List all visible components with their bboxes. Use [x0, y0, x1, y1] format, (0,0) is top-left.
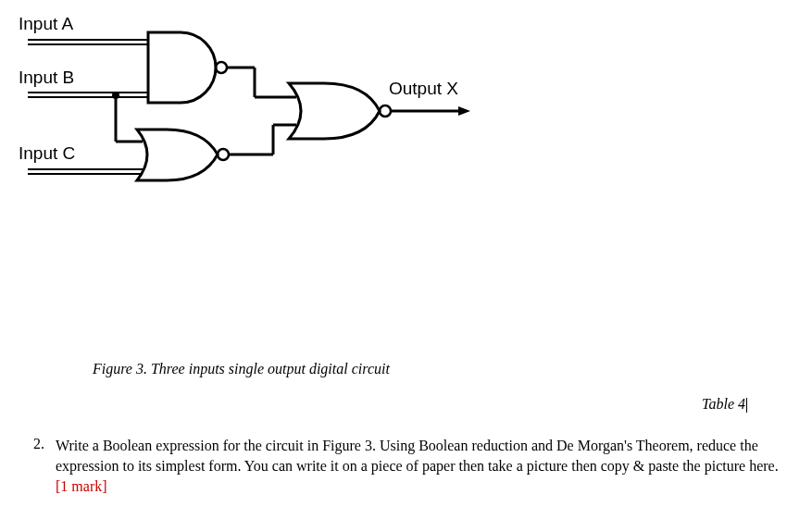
- circuit-diagram: Input A Input B Input C Output X: [19, 14, 481, 217]
- table-caption-text: Table 4: [702, 396, 745, 412]
- question-mark: [1 mark]: [56, 478, 107, 494]
- circuit-svg: [19, 14, 481, 217]
- question-2: 2. Write a Boolean expression for the ci…: [19, 436, 793, 496]
- table-caption: Table 4: [19, 396, 747, 413]
- svg-point-10: [218, 149, 229, 160]
- svg-point-8: [112, 92, 119, 99]
- svg-point-17: [380, 105, 391, 117]
- question-body: Write a Boolean expression for the circu…: [56, 438, 779, 474]
- question-number: 2.: [19, 436, 44, 452]
- text-cursor: [746, 398, 747, 413]
- question-text: Write a Boolean expression for the circu…: [56, 436, 793, 496]
- svg-point-9: [216, 62, 227, 73]
- figure-caption: Figure 3. Three inputs single output dig…: [93, 361, 793, 377]
- svg-marker-19: [458, 106, 470, 116]
